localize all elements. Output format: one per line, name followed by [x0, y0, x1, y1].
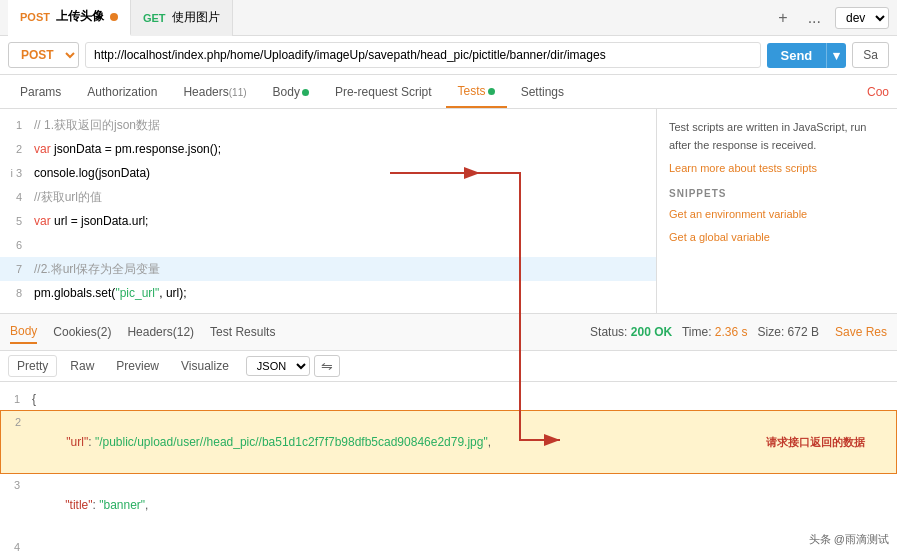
line-num-2: 2 — [0, 138, 30, 160]
nav-prerequest[interactable]: Pre-request Script — [323, 77, 444, 107]
url-input[interactable] — [85, 42, 761, 68]
json-body: 1 { 2 "url": "/public/upload/user//head_… — [0, 382, 897, 551]
code-line-8: 8 pm.globals.set("pic_url", url); — [0, 281, 656, 305]
test-sidebar: Test scripts are written in JavaScript, … — [657, 109, 897, 313]
send-arrow-icon[interactable]: ▾ — [826, 43, 846, 68]
line-num-5: 5 — [0, 210, 30, 232]
tabs-bar: POST 上传头像 GET 使用图片 + ... dev — [0, 0, 897, 36]
main-area: 1 // 1.获取返回的json数据 2 var jsonData = pm.r… — [0, 109, 897, 314]
code-line-1: 1 // 1.获取返回的json数据 — [0, 113, 656, 137]
snippets-title: SNIPPETS — [669, 186, 885, 202]
json-line-1: 1 { — [0, 388, 897, 410]
line-content-5: var url = jsonData.url; — [30, 210, 656, 232]
tab-post-upload[interactable]: POST 上传头像 — [8, 0, 131, 36]
response-header: Body Cookies(2) Headers(12) Test Results… — [0, 314, 897, 351]
code-line-7: 7 //2.将url保存为全局变量 — [0, 257, 656, 281]
nav-headers[interactable]: Headers(11) — [171, 77, 258, 107]
line-content-8: pm.globals.set("pic_url", url); — [30, 282, 656, 304]
line-content-1: // 1.获取返回的json数据 — [30, 114, 656, 136]
resp-tab-cookies[interactable]: Cookies(2) — [53, 321, 111, 343]
line-num-6: 6 — [0, 234, 30, 256]
send-button[interactable]: Send ▾ — [767, 43, 847, 68]
add-tab-button[interactable]: + — [772, 7, 793, 29]
resp-tab-body[interactable]: Body — [10, 320, 37, 344]
tab-label-upload: 上传头像 — [56, 8, 104, 25]
subtab-pretty[interactable]: Pretty — [8, 355, 57, 377]
resp-tab-testresults[interactable]: Test Results — [210, 321, 275, 343]
response-status: Status: 200 OK Time: 2.36 s Size: 672 B — [590, 325, 819, 339]
status-ok: 200 OK — [631, 325, 672, 339]
code-editor[interactable]: 1 // 1.获取返回的json数据 2 var jsonData = pm.r… — [0, 109, 657, 313]
tab-active-dot — [110, 13, 118, 21]
line-num-1: 1 — [0, 114, 30, 136]
nav-tests[interactable]: Tests — [446, 76, 507, 108]
environment-select[interactable]: dev — [835, 7, 889, 29]
line-content-3: console.log(jsonData) — [30, 162, 656, 184]
snippet-global-var[interactable]: Get a global variable — [669, 229, 885, 247]
more-tabs-button[interactable]: ... — [802, 7, 827, 29]
method-select[interactable]: POST — [8, 42, 79, 68]
snippet-env-var[interactable]: Get an environment variable — [669, 206, 885, 224]
tab-get-image[interactable]: GET 使用图片 — [131, 0, 233, 36]
line-num-4: 4 — [0, 186, 30, 208]
json-line-4: 4 "original": "", — [0, 536, 897, 551]
line-num-7: 7 — [0, 258, 30, 280]
url-bar: POST Send ▾ Sa — [0, 36, 897, 75]
body-active-dot — [302, 89, 309, 96]
tab-method-get: GET — [143, 12, 166, 24]
nav-authorization[interactable]: Authorization — [75, 77, 169, 107]
nav-body[interactable]: Body — [261, 77, 321, 107]
code-line-3: i 3 console.log(jsonData) — [0, 161, 656, 185]
annotation-label: 请求接口返回的数据 — [766, 435, 865, 450]
tests-active-dot — [488, 88, 495, 95]
code-line-4: 4 //获取url的值 — [0, 185, 656, 209]
subtab-preview[interactable]: Preview — [107, 355, 168, 377]
tab-method-post: POST — [20, 11, 50, 23]
json-line-2: 2 "url": "/public/upload/user//head_pic/… — [0, 410, 897, 474]
nav-settings[interactable]: Settings — [509, 77, 576, 107]
save-response-button[interactable]: Save Res — [835, 325, 887, 339]
send-label: Send — [767, 43, 827, 68]
format-select[interactable]: JSON — [246, 356, 310, 376]
code-line-6: 6 — [0, 233, 656, 257]
wrap-icon-button[interactable]: ⇋ — [314, 355, 340, 377]
headers-badge: (11) — [229, 87, 247, 98]
tab-label-image: 使用图片 — [172, 9, 220, 26]
time-value: 2.36 s — [715, 325, 748, 339]
line-content-7: //2.将url保存为全局变量 — [30, 258, 656, 280]
tab-controls: + ... dev — [772, 7, 889, 29]
code-line-2: 2 var jsonData = pm.response.json(); — [0, 137, 656, 161]
code-line-5: 5 var url = jsonData.url; — [0, 209, 656, 233]
line-content-2: var jsonData = pm.response.json(); — [30, 138, 656, 160]
nav-cookies[interactable]: Coo — [867, 85, 889, 99]
sidebar-description: Test scripts are written in JavaScript, … — [669, 119, 885, 154]
line-num-8: 8 — [0, 282, 30, 304]
resp-tab-headers[interactable]: Headers(12) — [127, 321, 194, 343]
app-container: POST 上传头像 GET 使用图片 + ... dev POST Send ▾… — [0, 0, 897, 551]
response-subtabs: Pretty Raw Preview Visualize JSON ⇋ — [0, 351, 897, 382]
subtab-raw[interactable]: Raw — [61, 355, 103, 377]
subtab-visualize[interactable]: Visualize — [172, 355, 238, 377]
line-content-4: //获取url的值 — [30, 186, 656, 208]
learn-more-link[interactable]: Learn more about tests scripts — [669, 162, 817, 174]
watermark: 头条 @雨滴测试 — [809, 532, 889, 547]
line-num-3: i 3 — [0, 162, 30, 184]
nav-params[interactable]: Params — [8, 77, 73, 107]
request-nav: Params Authorization Headers(11) Body Pr… — [0, 75, 897, 109]
json-line-3: 3 "title": "banner", — [0, 474, 897, 536]
save-button[interactable]: Sa — [852, 42, 889, 68]
